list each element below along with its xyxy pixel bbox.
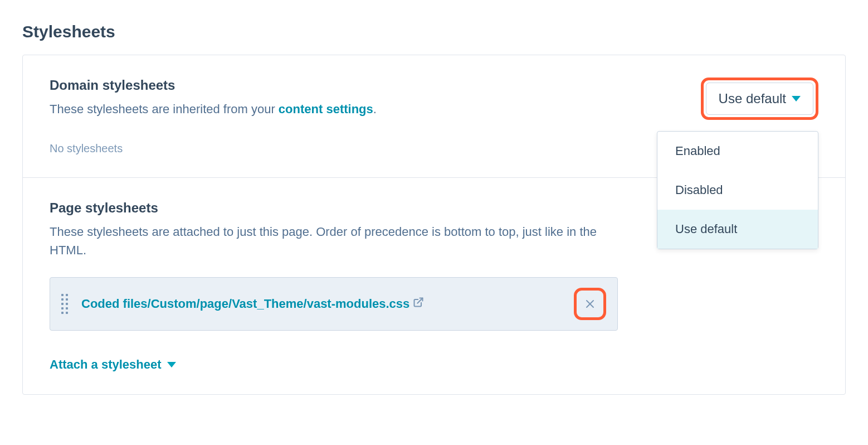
desc-text-before: These stylesheets are inherited from you… [50,102,279,116]
dropdown-option-disabled[interactable]: Disabled [657,171,818,210]
domain-stylesheets-section: Domain stylesheets These stylesheets are… [23,55,845,177]
dropdown-option-use-default[interactable]: Use default [657,210,818,249]
desc-text-after: . [373,102,377,116]
stylesheet-file-link[interactable]: Coded files/Custom/page/Vast_Theme/vast-… [81,297,560,311]
svg-line-0 [418,298,423,303]
caret-down-icon [167,362,176,367]
domain-section-desc: These stylesheets are inherited from you… [50,100,377,118]
highlight-annotation-remove [574,288,606,320]
drag-handle-icon[interactable] [61,294,68,314]
content-settings-link[interactable]: content settings [279,102,373,116]
attach-stylesheet-button[interactable]: Attach a stylesheet [50,357,818,372]
use-default-dropdown-wrapper: Use default Enabled Disabled Use default [701,78,818,120]
remove-stylesheet-button[interactable] [578,292,602,316]
stylesheets-panel: Domain stylesheets These stylesheets are… [22,55,846,395]
use-default-dropdown[interactable]: Use default [706,83,813,115]
highlight-annotation: Use default [701,78,818,120]
close-icon [585,299,595,309]
dropdown-selected-label: Use default [719,91,786,107]
page-title: Stylesheets [22,22,846,41]
dropdown-menu: Enabled Disabled Use default [657,131,818,249]
caret-down-icon [792,96,801,101]
attach-stylesheet-label: Attach a stylesheet [50,357,162,372]
external-link-icon [413,297,424,311]
dropdown-option-enabled[interactable]: Enabled [657,132,818,171]
domain-section-title: Domain stylesheets [50,78,377,93]
page-section-desc: These stylesheets are attached to just t… [50,223,607,259]
stylesheet-row: Coded files/Custom/page/Vast_Theme/vast-… [50,277,618,331]
stylesheet-path-label: Coded files/Custom/page/Vast_Theme/vast-… [81,297,409,311]
